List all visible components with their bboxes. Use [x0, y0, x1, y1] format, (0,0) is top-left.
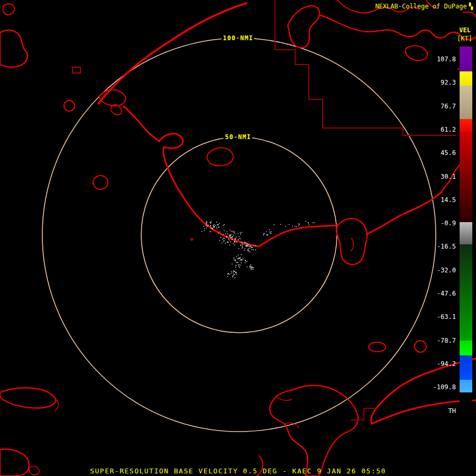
coastline-link	[124, 106, 159, 141]
coastline-central	[159, 134, 259, 246]
ne-edge-bit	[463, 12, 476, 17]
colorbar-segment	[460, 355, 472, 380]
bay-island	[207, 148, 233, 166]
range-ring	[42, 38, 436, 432]
product-caption: SUPER-RESOLUTION BASE VELOCITY 0.5 DEG -…	[0, 467, 476, 475]
east-peninsula	[336, 218, 367, 264]
county-boundary-staircase	[275, 0, 456, 135]
colorbar-segment	[460, 341, 472, 355]
colorbar-segment	[460, 392, 472, 418]
east-peninsula-inner	[351, 238, 353, 251]
legend-product-label: VEL	[459, 26, 471, 34]
island-outline	[64, 100, 75, 111]
se-island	[270, 386, 358, 476]
island-outline	[369, 342, 386, 352]
coastline-arc	[98, 3, 246, 104]
range-ring-label: 50 NMI	[225, 133, 251, 141]
colorbar-segment	[460, 132, 472, 222]
legend-colorbar	[460, 47, 472, 418]
station-title-text: NEXLAB-College of DuPage	[375, 3, 466, 10]
sw-shore	[0, 388, 56, 408]
colorbar-segment	[460, 47, 472, 71]
colorbar-segment	[460, 380, 472, 392]
radar-display: 100 NMI50 NMI NEXLAB-College of DuPage▚ …	[0, 0, 476, 476]
ne-inlet	[288, 6, 319, 48]
island-outline	[415, 341, 426, 352]
se-island-hook	[276, 397, 292, 400]
legend-unit-label: [KT]	[457, 35, 472, 42]
radar-echo-dots	[202, 221, 315, 278]
coastline-east	[259, 225, 338, 246]
ne-coast	[319, 15, 476, 40]
range-ring	[141, 137, 337, 333]
station-title: NEXLAB-College of DuPage▚	[375, 3, 473, 10]
range-ring-label: 100 NMI	[223, 34, 253, 42]
small-outline	[72, 67, 80, 73]
colorbar-segment	[460, 119, 472, 132]
ne-blob	[406, 46, 427, 61]
red-speck	[191, 239, 193, 240]
colorbar-segment	[460, 222, 472, 244]
nw-islet	[3, 4, 15, 15]
colorbar-segment	[460, 71, 472, 86]
coastline-east-2	[367, 192, 442, 234]
station-logo-glyph: ▚	[469, 3, 473, 10]
colorbar-segment	[460, 244, 472, 341]
colorbar-segment	[460, 86, 472, 119]
radar-map: 100 NMI50 NMI	[0, 0, 476, 476]
nw-corner-shore	[0, 30, 28, 67]
island-outline	[93, 176, 108, 189]
